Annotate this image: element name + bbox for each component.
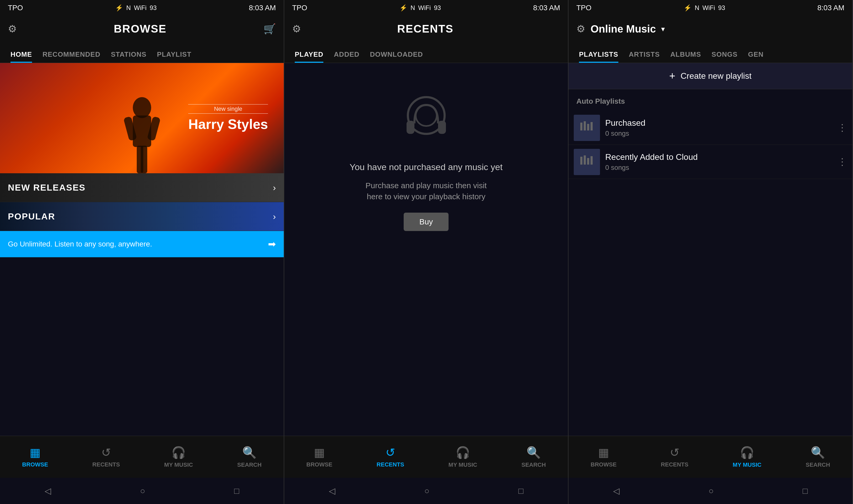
time-recents: 8:03 AM <box>533 4 560 12</box>
mymusic-label-browse: MY MUSIC <box>164 462 193 468</box>
tab-added[interactable]: ADDED <box>329 50 365 63</box>
tab-albums[interactable]: ALBUMS <box>665 50 706 63</box>
recents-button-mymusic[interactable]: □ <box>803 486 807 496</box>
plus-icon: + <box>669 70 675 82</box>
more-icon-cloud[interactable]: ⋮ <box>837 157 847 167</box>
tab-recommended[interactable]: RECOMMENDED <box>37 50 106 63</box>
nav-tabs-browse: HOME RECOMMENDED STATIONS PLAYLIST <box>0 42 284 63</box>
page-title-recents: RECENTS <box>397 22 454 35</box>
home-button-recents[interactable]: ○ <box>424 486 430 496</box>
online-music-bar: ⚙ Online Music ▾ <box>568 16 852 42</box>
dropdown-arrow-icon[interactable]: ▾ <box>661 25 665 33</box>
nav-browse-mymusic[interactable]: ▦ BROWSE <box>591 446 617 468</box>
browse-icon-recents: ▦ <box>314 446 325 459</box>
browse-label: BROWSE <box>22 461 48 468</box>
nav-tabs-mymusic: PLAYLISTS ARTISTS ALBUMS SONGS GEN <box>568 42 852 63</box>
tab-playlist[interactable]: PLAYLIST <box>152 50 197 63</box>
nav-browse[interactable]: ▦ BROWSE <box>22 446 48 468</box>
status-bar-mymusic: TPO ⚡ N WiFi 93 8:03 AM <box>568 0 852 16</box>
recents-panel: TPO ⚡ N WiFi 93 8:03 AM ⚙ RECENTS PLAYED… <box>284 0 568 504</box>
carrier-recents: TPO <box>292 4 307 12</box>
browse-panel: TPO ⚡ N WiFi 93 8:03 AM ⚙ BROWSE 🛒 HOME … <box>0 0 284 504</box>
svg-rect-17 <box>591 156 593 165</box>
status-icons-recents: ⚡ N WiFi 93 <box>399 4 441 12</box>
nav-mymusic-browse[interactable]: 🎧 MY MUSIC <box>164 446 193 468</box>
cart-icon-browse[interactable]: 🛒 <box>264 23 276 35</box>
battery-icon-recents: 93 <box>434 4 441 12</box>
signin-icon: ➡ <box>268 239 276 250</box>
browse-icon-mymusic: ▦ <box>598 446 609 459</box>
android-nav-mymusic: ◁ ○ □ <box>568 478 852 504</box>
recents-button-browse[interactable]: □ <box>234 486 239 496</box>
nav-mymusic-recents[interactable]: 🎧 MY MUSIC <box>449 446 477 468</box>
tab-home[interactable]: HOME <box>5 50 37 63</box>
playlist-item-cloud[interactable]: Recently Added to Cloud 0 songs ⋮ <box>568 145 852 179</box>
nav-search-recents[interactable]: 🔍 SEARCH <box>522 446 546 468</box>
gear-icon-recents[interactable]: ⚙ <box>292 23 301 35</box>
home-button-mymusic[interactable]: ○ <box>709 486 714 496</box>
hero-banner[interactable]: New single Harry Styles <box>0 63 284 173</box>
svg-rect-14 <box>580 157 582 165</box>
nav-recents-browse[interactable]: ↺ RECENTS <box>92 446 120 468</box>
new-releases-item[interactable]: NEW RELEASES › <box>0 173 284 202</box>
search-icon-recents: 🔍 <box>526 446 541 460</box>
unlimited-banner[interactable]: Go Unlimited. Listen to any song, anywhe… <box>0 231 284 257</box>
back-button-browse[interactable]: ◁ <box>44 486 51 496</box>
playlist-name-purchased: Purchased <box>605 118 832 128</box>
gear-icon-browse[interactable]: ⚙ <box>8 23 17 35</box>
search-label-browse: SEARCH <box>237 462 262 468</box>
carrier-mymusic: TPO <box>576 4 592 12</box>
nav-mymusic-mymusic[interactable]: 🎧 MY MUSIC <box>733 446 762 468</box>
nav-recents-mymusic[interactable]: ↺ RECENTS <box>661 446 688 468</box>
recents-icon-mymusic: ↺ <box>670 446 679 459</box>
recents-button-recents[interactable]: □ <box>519 486 523 496</box>
gear-icon-mymusic[interactable]: ⚙ <box>576 23 585 35</box>
tab-playlists[interactable]: PLAYLISTS <box>574 50 623 63</box>
online-music-title: Online Music <box>591 23 656 35</box>
playlist-item-purchased[interactable]: Purchased 0 songs ⋮ <box>568 111 852 145</box>
nav-search-mymusic[interactable]: 🔍 SEARCH <box>806 446 830 468</box>
tab-downloaded[interactable]: DOWNLOADED <box>365 50 428 63</box>
create-playlist-button[interactable]: + Create new playlist <box>568 63 852 89</box>
nav-browse-recents[interactable]: ▦ BROWSE <box>306 446 332 468</box>
bluetooth-icon-mymusic: ⚡ <box>684 4 692 12</box>
nav-recents-recents[interactable]: ↺ RECENTS <box>377 446 404 468</box>
tab-genre[interactable]: GEN <box>743 50 769 63</box>
wifi-icon: WiFi <box>134 4 146 12</box>
page-title-browse: BROWSE <box>114 22 167 35</box>
mymusic-icon-browse: 🎧 <box>171 446 186 460</box>
more-icon-purchased[interactable]: ⋮ <box>837 122 847 133</box>
back-button-recents[interactable]: ◁ <box>329 486 335 496</box>
unlimited-text: Go Unlimited. Listen to any song, anywhe… <box>8 240 152 248</box>
recents-label-mymusic: RECENTS <box>661 461 688 468</box>
playlist-thumb-icon-cloud <box>579 154 595 170</box>
section-items: NEW RELEASES › POPULAR › <box>0 173 284 231</box>
signal-icon: N <box>126 4 131 12</box>
browse-label-mymusic: BROWSE <box>591 461 617 468</box>
nav-search-browse[interactable]: 🔍 SEARCH <box>237 446 262 468</box>
playlist-info-purchased: Purchased 0 songs <box>605 118 832 138</box>
create-playlist-label: Create new playlist <box>680 71 751 81</box>
recents-empty-state: You have not purchased any music yet Pur… <box>284 63 568 260</box>
browse-label-recents: BROWSE <box>306 461 332 468</box>
battery-icon-mymusic: 93 <box>718 4 725 12</box>
buy-button[interactable]: Buy <box>404 213 449 231</box>
top-bar-browse: ⚙ BROWSE 🛒 <box>0 16 284 42</box>
tab-stations[interactable]: STATIONS <box>106 50 152 63</box>
playlist-thumb-purchased <box>574 115 600 141</box>
nav-tabs-recents: PLAYED ADDED DOWNLOADED <box>284 42 568 63</box>
bottom-nav-mymusic: ▦ BROWSE ↺ RECENTS 🎧 MY MUSIC 🔍 SEARCH <box>568 436 852 478</box>
tab-artists[interactable]: ARTISTS <box>623 50 665 63</box>
hero-artist-name: Harry Styles <box>188 116 268 132</box>
tab-played[interactable]: PLAYED <box>290 50 329 63</box>
svg-rect-11 <box>584 121 586 130</box>
wifi-icon-recents: WiFi <box>418 4 431 12</box>
status-bar-recents: TPO ⚡ N WiFi 93 8:03 AM <box>284 0 568 16</box>
home-button-browse[interactable]: ○ <box>140 486 145 496</box>
tab-songs[interactable]: SONGS <box>706 50 743 63</box>
time-mymusic: 8:03 AM <box>817 4 844 12</box>
playlist-thumb-icon-purchased <box>579 120 595 136</box>
back-button-mymusic[interactable]: ◁ <box>613 486 620 496</box>
recents-label-browse: RECENTS <box>92 461 120 468</box>
popular-item[interactable]: POPULAR › <box>0 202 284 231</box>
